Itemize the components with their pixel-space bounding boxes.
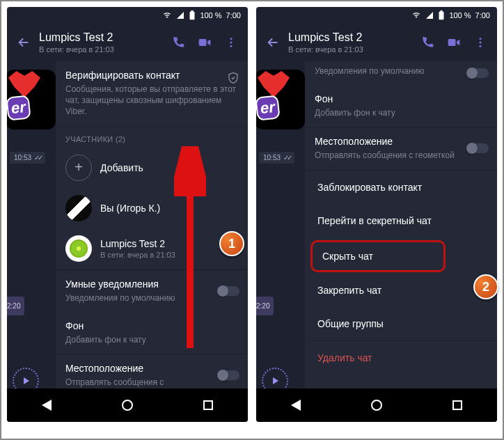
svg-rect-9: [448, 39, 456, 46]
chat-info-panel: Верифицировать контакт Сообщения, которы…: [56, 61, 248, 388]
secret-chat-row[interactable]: Перейти в секретный чат: [305, 204, 497, 237]
participant-name: Вы (Игорь К.): [100, 203, 160, 214]
toggle-switch[interactable]: [468, 143, 489, 153]
participant-you-row[interactable]: Вы (Игорь К.): [56, 188, 248, 228]
back-button[interactable]: [259, 35, 287, 50]
svg-rect-8: [441, 10, 443, 12]
phone-icon: [171, 36, 185, 49]
row-sub: Отправлять сообщения с геометкой: [315, 150, 462, 161]
annotation-badge-1: 1: [219, 231, 244, 256]
avatar: [65, 195, 92, 221]
toggle-switch[interactable]: [219, 370, 239, 380]
nav-back-button[interactable]: [291, 400, 301, 411]
delete-chat-row[interactable]: Удалить чат: [305, 341, 497, 375]
header-title-block[interactable]: Lumpics Test 2 В сети: вчера в 21:03: [38, 31, 170, 54]
more-button[interactable]: [472, 36, 489, 49]
phone-screen-right: 100 % 7:00 Lumpics Test 2 В сети: вчера …: [256, 7, 497, 422]
wifi-icon: [162, 11, 172, 19]
hide-chat-highlight: Скрыть чат: [310, 240, 446, 272]
header-title-block[interactable]: Lumpics Test 2 В сети: вчера в 21:03: [287, 31, 419, 54]
participant-contact-row[interactable]: Lumpics Test 2 В сети: вчера в 21:03: [56, 228, 248, 269]
voice-call-button[interactable]: [419, 36, 436, 49]
nav-recents-button[interactable]: [203, 400, 213, 410]
message-timestamp: 2:20: [7, 297, 24, 315]
verify-contact-row[interactable]: Верифицировать контакт Сообщения, которы…: [56, 61, 248, 127]
more-vertical-icon: [225, 36, 237, 49]
svg-rect-0: [190, 12, 195, 19]
nav-home-button[interactable]: [371, 400, 382, 411]
arrow-left-icon: [16, 35, 31, 50]
background-row[interactable]: Фон Добавить фон к чату: [56, 312, 248, 354]
nav-back-button[interactable]: [42, 400, 52, 411]
participant-meta: В сети: вчера в 21:03: [100, 251, 175, 259]
battery-percent: 100 %: [200, 11, 221, 19]
wifi-icon: [411, 11, 421, 19]
chat-title: Lumpics Test 2: [39, 31, 170, 44]
nav-recents-button[interactable]: [452, 400, 462, 410]
signal-icon: [176, 11, 184, 19]
battery-icon: [438, 10, 445, 20]
add-label: Добавить: [100, 162, 143, 173]
app-header: Lumpics Test 2 В сети: вчера в 21:03: [256, 24, 497, 61]
nav-home-button[interactable]: [122, 400, 133, 411]
chat-info-panel: Уведомления по умолчанию Фон Добавить фо…: [305, 61, 497, 388]
block-contact-row[interactable]: Заблокировать контакт: [305, 171, 497, 204]
svg-point-12: [480, 45, 482, 47]
android-nav-bar: [256, 388, 497, 422]
toggle-switch[interactable]: [468, 68, 489, 78]
phone-icon: [420, 36, 434, 49]
location-row[interactable]: Местоположение Отправлять сообщения с: [56, 354, 248, 388]
clock: 7:00: [226, 11, 241, 19]
status-bar: 100 % 7:00: [256, 7, 497, 24]
row-title: Фон: [315, 93, 487, 104]
signal-icon: [425, 11, 434, 19]
message-timestamp: 2:20: [256, 297, 274, 315]
location-row[interactable]: Местоположение Отправлять сообщения с ге…: [305, 127, 497, 170]
common-groups-row[interactable]: Общие группы: [305, 307, 497, 340]
battery-icon: [189, 10, 196, 20]
voice-message-play[interactable]: [13, 368, 39, 388]
app-header: Lumpics Test 2 В сети: вчера в 21:03: [7, 24, 248, 61]
row-title: Фон: [65, 320, 238, 331]
row-title: Местоположение: [315, 136, 462, 147]
pin-chat-row[interactable]: Закрепить чат: [305, 274, 497, 307]
back-button[interactable]: [10, 35, 38, 50]
voice-call-button[interactable]: [170, 36, 187, 49]
svg-point-10: [480, 38, 482, 40]
svg-point-11: [480, 42, 482, 44]
status-bar: 100 % 7:00: [7, 7, 248, 24]
clock: 7:00: [475, 11, 490, 19]
svg-point-4: [230, 42, 233, 44]
plus-icon: +: [65, 155, 92, 181]
video-call-button[interactable]: [446, 36, 462, 49]
svg-rect-7: [439, 12, 444, 19]
message-timestamp: 10:53✓✓: [10, 152, 45, 164]
battery-percent: 100 %: [449, 11, 471, 19]
video-icon: [197, 36, 212, 49]
more-button[interactable]: [223, 36, 239, 49]
add-participant-row[interactable]: + Добавить: [56, 148, 248, 188]
annotation-badge-2: 2: [473, 274, 498, 299]
video-call-button[interactable]: [196, 36, 213, 49]
avatar: [65, 235, 92, 262]
row-sub: Добавить фон к чату: [65, 334, 238, 345]
background-row[interactable]: Фон Добавить фон к чату: [305, 85, 497, 127]
video-icon: [446, 36, 462, 49]
svg-point-5: [230, 45, 233, 47]
row-sub: Добавить фон к чату: [315, 107, 487, 118]
voice-message-play[interactable]: [262, 368, 288, 388]
svg-rect-1: [191, 10, 194, 12]
shield-icon: [227, 71, 239, 87]
android-nav-bar: [7, 388, 248, 422]
chat-subtitle: В сети: вчера в 21:03: [288, 45, 419, 54]
smart-notifications-row[interactable]: Умные уведомления Уведомления по умолчан…: [56, 269, 248, 312]
hide-chat-row[interactable]: Скрыть чат: [313, 242, 443, 270]
notifications-row[interactable]: Уведомления по умолчанию: [305, 61, 497, 85]
viber-sticker: er: [7, 70, 56, 129]
viber-sticker: er: [256, 70, 305, 129]
row-sub: Уведомления по умолчанию: [315, 65, 462, 77]
verify-title: Верифицировать контакт: [65, 70, 238, 81]
more-vertical-icon: [474, 36, 487, 49]
toggle-switch[interactable]: [219, 286, 239, 296]
chat-subtitle: В сети: вчера в 21:03: [39, 45, 170, 54]
